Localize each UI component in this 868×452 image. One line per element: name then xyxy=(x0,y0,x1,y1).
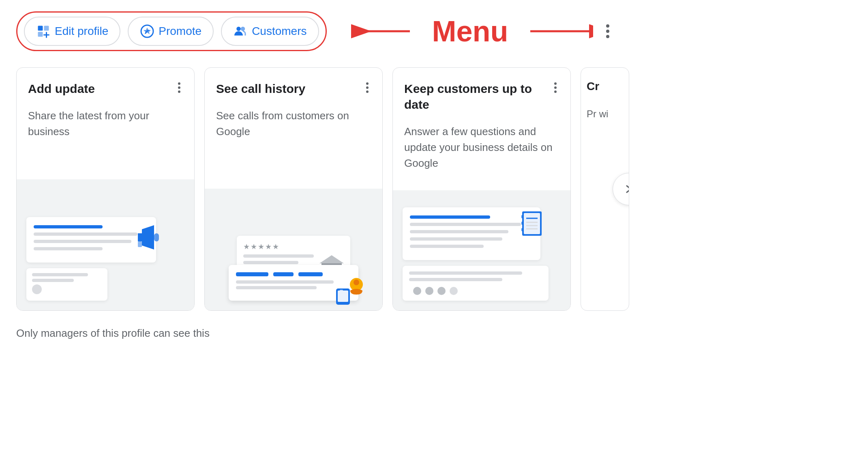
illus-3-pagination-dots xyxy=(409,287,542,295)
menu-annotation-label: Menu xyxy=(432,15,508,48)
svg-rect-30 xyxy=(521,228,524,231)
left-arrow xyxy=(347,21,412,41)
svg-rect-23 xyxy=(340,290,343,291)
svg-rect-12 xyxy=(154,233,159,241)
svg-marker-10 xyxy=(138,233,142,241)
svg-rect-29 xyxy=(521,222,524,225)
add-update-title: Add update xyxy=(28,81,172,97)
megaphone-icon xyxy=(132,221,164,260)
card-header-1: Add update xyxy=(17,68,194,103)
chevron-right-button[interactable] xyxy=(613,173,629,205)
svg-point-4 xyxy=(236,27,241,31)
edit-profile-button[interactable]: Edit profile xyxy=(24,17,120,46)
illus-paper-1 xyxy=(26,217,156,263)
edit-profile-icon xyxy=(36,24,51,39)
keep-customers-illustration xyxy=(393,190,570,311)
partial-card: Cr Pr wi xyxy=(581,67,629,311)
partial-card-desc: Pr wi xyxy=(581,105,629,123)
illus-strip-1 xyxy=(26,268,107,301)
svg-rect-28 xyxy=(521,215,524,218)
card-2-menu-button[interactable] xyxy=(364,81,371,95)
card-header-2: See call history xyxy=(205,68,382,103)
top-bar: Edit profile Promote Cust xyxy=(0,0,868,59)
right-arrow xyxy=(528,21,593,41)
illus-front-card xyxy=(229,265,358,301)
customers-button[interactable]: Customers xyxy=(221,17,319,46)
add-update-card: Add update Share the latest from your bu… xyxy=(16,67,195,311)
partial-card-title: Cr xyxy=(581,68,629,105)
svg-rect-2 xyxy=(44,26,49,31)
notebook-icon xyxy=(518,209,547,243)
illus-strip-3 xyxy=(403,266,549,301)
card-3-menu-button[interactable] xyxy=(552,81,559,95)
action-buttons-group: Edit profile Promote Cust xyxy=(16,11,327,51)
svg-rect-27 xyxy=(524,213,540,234)
promote-button[interactable]: Promote xyxy=(128,17,214,46)
dot-2 xyxy=(606,30,609,33)
promote-label: Promote xyxy=(159,25,201,38)
svg-rect-0 xyxy=(38,26,43,31)
see-call-history-title: See call history xyxy=(216,81,360,97)
svg-marker-11 xyxy=(142,225,154,250)
card-header-3: Keep customers up to date xyxy=(393,68,570,119)
menu-dots-button[interactable] xyxy=(601,21,614,41)
svg-point-20 xyxy=(354,280,359,285)
see-call-history-illustration: ★★★★★ xyxy=(205,189,382,311)
see-call-history-card: See call history See calls from customer… xyxy=(204,67,383,311)
promote-icon xyxy=(140,24,154,39)
keep-customers-description: Answer a few questions and update your b… xyxy=(393,119,570,190)
customers-label: Customers xyxy=(252,25,306,38)
keep-customers-card: Keep customers up to date Answer a few q… xyxy=(392,67,571,311)
svg-rect-13 xyxy=(138,241,142,247)
dot-3 xyxy=(606,35,609,38)
edit-profile-label: Edit profile xyxy=(55,25,108,38)
cards-section: Add update Share the latest from your bu… xyxy=(0,59,868,319)
svg-rect-1 xyxy=(38,32,43,37)
footer-note-text: Only managers of this profile can see th… xyxy=(16,327,210,339)
footer-note: Only managers of this profile can see th… xyxy=(0,319,868,348)
keep-customers-title: Keep customers up to date xyxy=(404,81,549,112)
see-call-history-description: See calls from customers on Google xyxy=(205,103,382,189)
illus-paper-3 xyxy=(403,207,540,260)
svg-rect-22 xyxy=(338,291,348,302)
svg-point-5 xyxy=(241,27,245,31)
card-1-menu-button[interactable] xyxy=(176,81,183,95)
svg-marker-16 xyxy=(319,255,344,263)
add-update-illustration xyxy=(17,179,194,311)
add-update-description: Share the latest from your business xyxy=(17,103,194,179)
dot-1 xyxy=(606,24,609,28)
customers-icon xyxy=(233,24,248,39)
phone-person-icon xyxy=(334,276,364,307)
